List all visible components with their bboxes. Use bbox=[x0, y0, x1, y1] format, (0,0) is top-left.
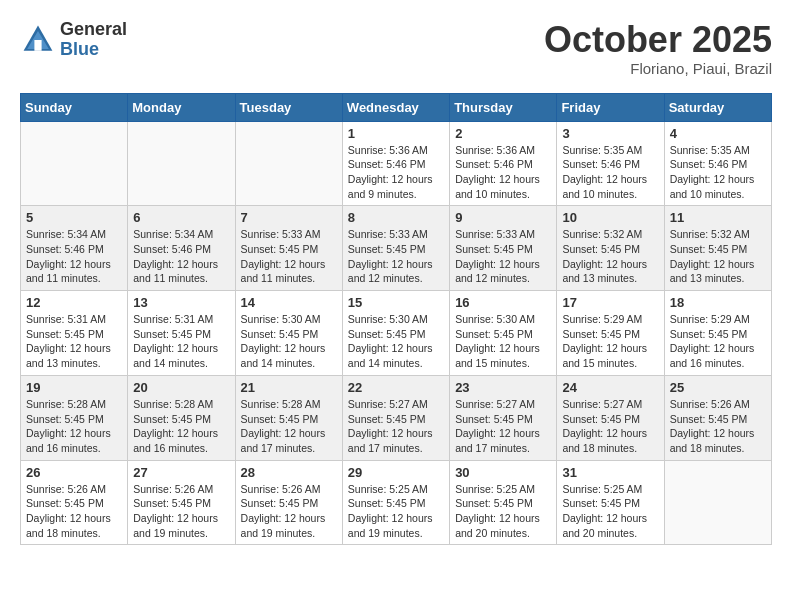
day-info: Sunrise: 5:26 AM Sunset: 5:45 PM Dayligh… bbox=[26, 482, 122, 541]
page-header: General Blue October 2025 Floriano, Piau… bbox=[20, 20, 772, 77]
weekday-header: Sunday bbox=[21, 93, 128, 121]
calendar-cell: 21Sunrise: 5:28 AM Sunset: 5:45 PM Dayli… bbox=[235, 375, 342, 460]
day-number: 30 bbox=[455, 465, 551, 480]
day-number: 15 bbox=[348, 295, 444, 310]
day-number: 12 bbox=[26, 295, 122, 310]
day-number: 8 bbox=[348, 210, 444, 225]
calendar-week-row: 26Sunrise: 5:26 AM Sunset: 5:45 PM Dayli… bbox=[21, 460, 772, 545]
calendar-cell: 23Sunrise: 5:27 AM Sunset: 5:45 PM Dayli… bbox=[450, 375, 557, 460]
day-info: Sunrise: 5:29 AM Sunset: 5:45 PM Dayligh… bbox=[562, 312, 658, 371]
day-info: Sunrise: 5:36 AM Sunset: 5:46 PM Dayligh… bbox=[455, 143, 551, 202]
weekday-header: Monday bbox=[128, 93, 235, 121]
weekday-header: Friday bbox=[557, 93, 664, 121]
day-info: Sunrise: 5:30 AM Sunset: 5:45 PM Dayligh… bbox=[348, 312, 444, 371]
month-title: October 2025 bbox=[544, 20, 772, 60]
calendar-cell bbox=[21, 121, 128, 206]
day-number: 26 bbox=[26, 465, 122, 480]
logo-general: General bbox=[60, 20, 127, 40]
calendar-cell: 8Sunrise: 5:33 AM Sunset: 5:45 PM Daylig… bbox=[342, 206, 449, 291]
logo-text: General Blue bbox=[60, 20, 127, 60]
day-number: 14 bbox=[241, 295, 337, 310]
calendar-cell: 16Sunrise: 5:30 AM Sunset: 5:45 PM Dayli… bbox=[450, 291, 557, 376]
calendar-week-row: 1Sunrise: 5:36 AM Sunset: 5:46 PM Daylig… bbox=[21, 121, 772, 206]
day-info: Sunrise: 5:31 AM Sunset: 5:45 PM Dayligh… bbox=[133, 312, 229, 371]
day-info: Sunrise: 5:29 AM Sunset: 5:45 PM Dayligh… bbox=[670, 312, 766, 371]
calendar-cell: 10Sunrise: 5:32 AM Sunset: 5:45 PM Dayli… bbox=[557, 206, 664, 291]
day-number: 23 bbox=[455, 380, 551, 395]
calendar-cell: 12Sunrise: 5:31 AM Sunset: 5:45 PM Dayli… bbox=[21, 291, 128, 376]
day-info: Sunrise: 5:35 AM Sunset: 5:46 PM Dayligh… bbox=[670, 143, 766, 202]
day-number: 22 bbox=[348, 380, 444, 395]
day-info: Sunrise: 5:26 AM Sunset: 5:45 PM Dayligh… bbox=[670, 397, 766, 456]
day-number: 1 bbox=[348, 126, 444, 141]
day-info: Sunrise: 5:30 AM Sunset: 5:45 PM Dayligh… bbox=[455, 312, 551, 371]
day-info: Sunrise: 5:33 AM Sunset: 5:45 PM Dayligh… bbox=[455, 227, 551, 286]
day-info: Sunrise: 5:32 AM Sunset: 5:45 PM Dayligh… bbox=[670, 227, 766, 286]
day-info: Sunrise: 5:35 AM Sunset: 5:46 PM Dayligh… bbox=[562, 143, 658, 202]
logo-icon bbox=[20, 22, 56, 58]
calendar-cell: 25Sunrise: 5:26 AM Sunset: 5:45 PM Dayli… bbox=[664, 375, 771, 460]
weekday-header: Saturday bbox=[664, 93, 771, 121]
day-number: 5 bbox=[26, 210, 122, 225]
svg-rect-2 bbox=[34, 40, 41, 51]
calendar-cell: 28Sunrise: 5:26 AM Sunset: 5:45 PM Dayli… bbox=[235, 460, 342, 545]
calendar-cell: 24Sunrise: 5:27 AM Sunset: 5:45 PM Dayli… bbox=[557, 375, 664, 460]
day-number: 27 bbox=[133, 465, 229, 480]
calendar-cell: 27Sunrise: 5:26 AM Sunset: 5:45 PM Dayli… bbox=[128, 460, 235, 545]
title-block: October 2025 Floriano, Piaui, Brazil bbox=[544, 20, 772, 77]
day-info: Sunrise: 5:25 AM Sunset: 5:45 PM Dayligh… bbox=[562, 482, 658, 541]
calendar-cell: 13Sunrise: 5:31 AM Sunset: 5:45 PM Dayli… bbox=[128, 291, 235, 376]
day-number: 6 bbox=[133, 210, 229, 225]
day-info: Sunrise: 5:28 AM Sunset: 5:45 PM Dayligh… bbox=[26, 397, 122, 456]
logo: General Blue bbox=[20, 20, 127, 60]
day-number: 24 bbox=[562, 380, 658, 395]
day-number: 28 bbox=[241, 465, 337, 480]
calendar-cell: 18Sunrise: 5:29 AM Sunset: 5:45 PM Dayli… bbox=[664, 291, 771, 376]
day-number: 9 bbox=[455, 210, 551, 225]
calendar-cell: 30Sunrise: 5:25 AM Sunset: 5:45 PM Dayli… bbox=[450, 460, 557, 545]
day-info: Sunrise: 5:32 AM Sunset: 5:45 PM Dayligh… bbox=[562, 227, 658, 286]
calendar-cell: 26Sunrise: 5:26 AM Sunset: 5:45 PM Dayli… bbox=[21, 460, 128, 545]
calendar-cell: 15Sunrise: 5:30 AM Sunset: 5:45 PM Dayli… bbox=[342, 291, 449, 376]
day-number: 13 bbox=[133, 295, 229, 310]
calendar-cell: 22Sunrise: 5:27 AM Sunset: 5:45 PM Dayli… bbox=[342, 375, 449, 460]
day-info: Sunrise: 5:34 AM Sunset: 5:46 PM Dayligh… bbox=[133, 227, 229, 286]
day-number: 4 bbox=[670, 126, 766, 141]
weekday-header: Tuesday bbox=[235, 93, 342, 121]
day-info: Sunrise: 5:33 AM Sunset: 5:45 PM Dayligh… bbox=[241, 227, 337, 286]
day-info: Sunrise: 5:27 AM Sunset: 5:45 PM Dayligh… bbox=[455, 397, 551, 456]
day-number: 25 bbox=[670, 380, 766, 395]
calendar-cell: 11Sunrise: 5:32 AM Sunset: 5:45 PM Dayli… bbox=[664, 206, 771, 291]
calendar-cell: 7Sunrise: 5:33 AM Sunset: 5:45 PM Daylig… bbox=[235, 206, 342, 291]
calendar-week-row: 12Sunrise: 5:31 AM Sunset: 5:45 PM Dayli… bbox=[21, 291, 772, 376]
day-number: 7 bbox=[241, 210, 337, 225]
day-info: Sunrise: 5:25 AM Sunset: 5:45 PM Dayligh… bbox=[348, 482, 444, 541]
weekday-header: Thursday bbox=[450, 93, 557, 121]
calendar-cell: 20Sunrise: 5:28 AM Sunset: 5:45 PM Dayli… bbox=[128, 375, 235, 460]
day-info: Sunrise: 5:26 AM Sunset: 5:45 PM Dayligh… bbox=[241, 482, 337, 541]
day-info: Sunrise: 5:34 AM Sunset: 5:46 PM Dayligh… bbox=[26, 227, 122, 286]
day-number: 29 bbox=[348, 465, 444, 480]
calendar-cell: 2Sunrise: 5:36 AM Sunset: 5:46 PM Daylig… bbox=[450, 121, 557, 206]
day-info: Sunrise: 5:25 AM Sunset: 5:45 PM Dayligh… bbox=[455, 482, 551, 541]
day-number: 18 bbox=[670, 295, 766, 310]
day-info: Sunrise: 5:28 AM Sunset: 5:45 PM Dayligh… bbox=[133, 397, 229, 456]
calendar-week-row: 19Sunrise: 5:28 AM Sunset: 5:45 PM Dayli… bbox=[21, 375, 772, 460]
logo-blue: Blue bbox=[60, 40, 127, 60]
calendar-cell: 19Sunrise: 5:28 AM Sunset: 5:45 PM Dayli… bbox=[21, 375, 128, 460]
day-number: 2 bbox=[455, 126, 551, 141]
day-number: 16 bbox=[455, 295, 551, 310]
calendar-cell bbox=[664, 460, 771, 545]
day-number: 11 bbox=[670, 210, 766, 225]
calendar-cell: 6Sunrise: 5:34 AM Sunset: 5:46 PM Daylig… bbox=[128, 206, 235, 291]
calendar-cell: 17Sunrise: 5:29 AM Sunset: 5:45 PM Dayli… bbox=[557, 291, 664, 376]
location: Floriano, Piaui, Brazil bbox=[544, 60, 772, 77]
day-number: 31 bbox=[562, 465, 658, 480]
day-number: 21 bbox=[241, 380, 337, 395]
calendar-cell bbox=[128, 121, 235, 206]
calendar-cell: 4Sunrise: 5:35 AM Sunset: 5:46 PM Daylig… bbox=[664, 121, 771, 206]
day-info: Sunrise: 5:31 AM Sunset: 5:45 PM Dayligh… bbox=[26, 312, 122, 371]
day-info: Sunrise: 5:30 AM Sunset: 5:45 PM Dayligh… bbox=[241, 312, 337, 371]
calendar-week-row: 5Sunrise: 5:34 AM Sunset: 5:46 PM Daylig… bbox=[21, 206, 772, 291]
day-info: Sunrise: 5:27 AM Sunset: 5:45 PM Dayligh… bbox=[348, 397, 444, 456]
